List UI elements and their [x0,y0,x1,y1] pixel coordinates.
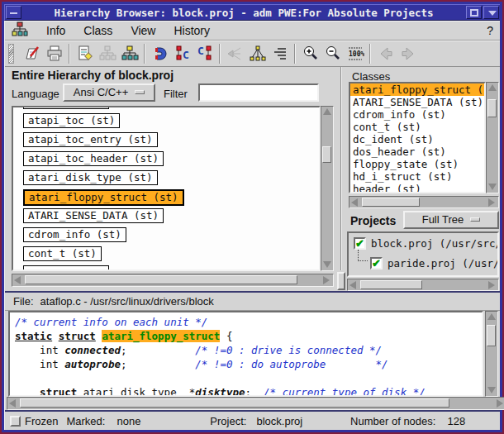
hierarchy-node[interactable]: atapi_toc_header (st) [23,151,164,166]
zoom-in-button[interactable] [299,43,321,64]
magnet-button[interactable] [149,43,171,64]
hierarchy-node[interactable]: cont_t (st) [23,246,102,261]
toolbar-separator [69,44,70,64]
project-checkbox[interactable]: ✔ [370,257,383,269]
collapse-branch-button [224,43,246,64]
align-lines-button[interactable] [269,43,291,64]
toolbar: CC100% [5,41,500,67]
class-list-item[interactable]: atari_floppy_struct (st [350,83,484,96]
print-button[interactable] [43,43,65,64]
hierarchy-node[interactable]: ATARI_SENSE_DATA (st) [23,208,164,223]
classes-list[interactable]: atari_floppy_struct (stATARI_SENSE_DATA … [349,82,486,193]
scrollbar-thumb[interactable] [487,99,497,117]
class-list-item[interactable]: cdrom_info (st) [350,108,484,121]
class-list-item[interactable]: dos_header (st) [350,145,484,158]
scroll-up-icon[interactable] [486,312,497,322]
scroll-right-icon[interactable] [321,274,333,285]
menu-view[interactable]: View [131,24,155,37]
status-bar: Frozen Marked: none Project: block.proj … [5,410,500,430]
projects-horizontal-scrollbar[interactable] [347,279,499,291]
scroll-left-icon[interactable] [348,279,359,290]
scrollbar-thumb[interactable] [20,398,449,408]
classes-horizontal-scrollbar[interactable] [349,196,499,208]
nodes-label: Number of nodes: [350,415,435,427]
class-list-item[interactable]: floppy_state (st) [350,158,484,170]
class-list-item[interactable]: dc_ident (st) [350,133,484,145]
window-shade-button[interactable] [483,6,499,19]
splitter-sash-handle[interactable] [337,272,345,290]
scrollbar-thumb[interactable] [362,198,420,207]
hierarchy-node[interactable]: atapi_toc (st) [23,113,120,128]
menu-info[interactable]: Info [46,24,65,37]
scroll-up-icon[interactable] [487,83,498,93]
superclasses-button[interactable]: C [171,43,193,64]
class-list-item[interactable]: hd_i_struct (st) [350,170,484,183]
scroll-right-icon[interactable] [487,279,498,290]
expand-tree-button[interactable] [246,43,269,64]
code-view[interactable]: /* current info on each unit */static st… [8,311,483,397]
project-tree-item[interactable]: ✔block.proj (/usr/src/lin [354,236,499,252]
filter-label: Filter [164,88,188,100]
maximize-icon [470,9,478,17]
hierarchy-node[interactable]: atapi_toc_entry (st) [23,132,158,147]
svg-text:C: C [197,45,204,57]
frozen-checkbox[interactable] [10,416,21,427]
edit-document-button[interactable] [21,43,43,64]
hierarchy-node[interactable]: atari_floppy_struct (st) [23,189,184,206]
scroll-down-icon[interactable] [486,385,497,396]
window-minimize-button[interactable] [6,6,21,19]
scroll-right-icon[interactable] [495,398,504,408]
toolbar-grip-handle[interactable] [8,44,14,64]
hierarchy-full-button[interactable] [118,43,140,64]
code-line: int autoprobe; /* !=0 : do autoprobe */ [15,357,477,371]
menu-help[interactable]: ? [487,24,493,37]
title-bar[interactable]: Hierarchy Browser: block.proj - adm PWE:… [4,4,500,21]
subclasses-button[interactable]: C [193,43,216,64]
hierarchy-horizontal-scrollbar[interactable] [12,274,334,287]
scroll-left-icon[interactable] [349,197,361,207]
projects-view-dropdown[interactable]: Full Tree [403,211,499,229]
zoom-100-button[interactable]: 100% [344,43,366,64]
code-horizontal-scrollbar[interactable] [7,397,504,410]
scroll-down-icon[interactable] [487,182,498,193]
code-line: /* current info on each unit */ [15,315,477,329]
code-vertical-scrollbar[interactable] [485,311,498,397]
zoom-out-button[interactable] [321,43,344,64]
hierarchy-node[interactable]: cdrom_info (st) [23,227,126,242]
class-list-item[interactable]: ATARI_SENSE_DATA (st) [350,96,484,108]
scrollbar-thumb[interactable] [487,325,496,346]
magnet-icon [151,45,169,63]
project-checkbox[interactable]: ✔ [354,237,366,250]
scroll-left-icon[interactable] [12,274,24,285]
scroll-down-icon[interactable] [321,260,333,270]
language-label: Language [12,88,59,100]
classes-panel-title: Classes [352,70,390,83]
hierarchy-node[interactable] [23,265,109,271]
hierarchy-vertical-scrollbar[interactable] [321,106,334,271]
filter-input[interactable] [198,83,319,102]
scrollbar-thumb[interactable] [25,275,297,284]
scroll-right-icon[interactable] [487,197,498,207]
scroll-left-icon[interactable] [7,398,19,408]
window-maximize-button[interactable] [466,6,482,19]
class-list-item[interactable]: header (st) [350,183,484,193]
classes-vertical-scrollbar[interactable] [486,82,499,193]
class-list-item[interactable]: cont_t (st) [350,121,484,133]
scrollbar-thumb[interactable] [322,146,331,163]
panel-divider [340,67,342,270]
menu-history[interactable]: History [174,24,210,37]
option-menu-indicator-icon [470,217,480,222]
language-dropdown[interactable]: Ansi C/C++ [63,83,155,102]
project-tree-item[interactable]: ✔paride.proj (/usr/src [370,255,499,272]
hierarchy-node[interactable] [23,106,109,109]
menu-class[interactable]: Class [83,24,112,37]
scroll-up-icon[interactable] [321,107,333,117]
document-properties-button[interactable] [74,43,96,64]
toolbar-separator [219,44,221,64]
hierarchy-canvas[interactable]: atapi_toc (st)atapi_toc_entry (st)atapi_… [12,106,321,271]
projects-tree[interactable]: ✔block.proj (/usr/src/lin✔paride.proj (/… [347,231,499,277]
hierarchy-node[interactable]: atari_disk_type (st) [23,170,158,185]
scrollbar-thumb[interactable] [360,280,422,289]
history-back-button [374,43,397,64]
history-forward-button [397,43,419,64]
